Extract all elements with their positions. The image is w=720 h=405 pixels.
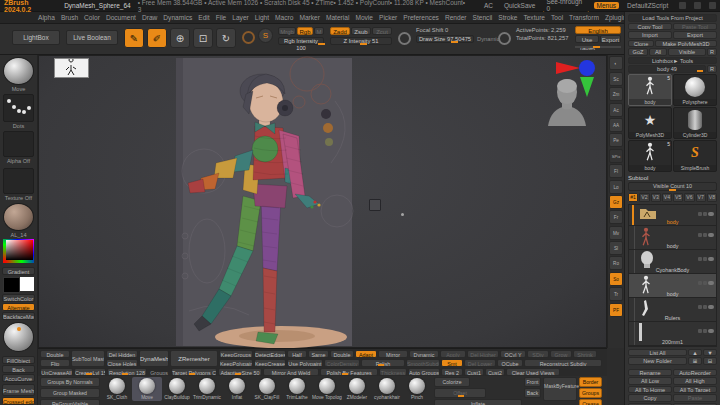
titlebar-quicksave-button[interactable]: QuickSave (501, 2, 538, 9)
mrgb-button[interactable]: Mrgb (278, 27, 296, 35)
menu-item-layer[interactable]: Layer (232, 14, 249, 21)
adapt-button[interactable]: Adapt (355, 350, 377, 358)
mask-by-feature-button[interactable]: MaskByFeature (543, 377, 577, 401)
zremesher-button[interactable]: ZRemesher (170, 350, 218, 367)
close-holes-button[interactable]: Close Holes (106, 359, 138, 367)
close-icon[interactable] (709, 2, 716, 9)
polyframe-icon[interactable]: PF (609, 303, 623, 317)
local-icon[interactable]: Lo (609, 180, 623, 194)
keepcreases-button[interactable]: KeepCreases (254, 359, 286, 367)
same-button[interactable]: Same (308, 350, 329, 358)
subtool-tab-V7[interactable]: V7 (696, 193, 706, 202)
menu-item-tool[interactable]: Tool (551, 14, 563, 21)
apply-button[interactable]: Apply (440, 350, 466, 358)
half-button[interactable]: Half (287, 350, 307, 358)
all-low-button[interactable]: All Low (628, 377, 672, 385)
dynamic-label[interactable]: Dynamic (477, 36, 500, 42)
autoreorder-button[interactable]: AutoReorder (673, 369, 717, 377)
dock-brush-inflat[interactable]: Inflat (222, 377, 252, 401)
menu-item-picker[interactable]: Picker (379, 14, 397, 21)
draw-icon[interactable]: ✐ (147, 28, 167, 48)
titlebar-ac-button[interactable]: AC (481, 2, 496, 9)
menu-item-light[interactable]: Light (255, 14, 269, 21)
dock-brush-move[interactable]: Move (132, 377, 162, 401)
menu-item-alpha[interactable]: Alpha (38, 14, 55, 21)
dock-brush-sk-cloth[interactable]: SK_Cloth (102, 377, 132, 401)
goz-r-button[interactable]: R (707, 48, 717, 56)
menu-item-movie[interactable]: Movie (355, 14, 373, 21)
goz-all-button[interactable]: All (649, 48, 667, 56)
border-button[interactable]: Border (579, 377, 602, 387)
actual-icon[interactable]: Ac (609, 103, 623, 117)
crease-button[interactable]: Crease (579, 399, 602, 405)
import-button[interactable]: Import (628, 31, 672, 39)
front-button[interactable]: Front (524, 377, 541, 387)
qcyl-y-button[interactable]: QCyl Y (500, 350, 526, 358)
remesh-icon[interactable] (703, 257, 707, 261)
dynamesh-button[interactable]: DynaMesh (139, 350, 169, 367)
subtool-tab-V8[interactable]: V8 (707, 193, 717, 202)
z-intensity-slider[interactable]: Z Intensity 51 (330, 37, 392, 45)
goz-button[interactable]: GoZ (628, 48, 648, 56)
titlebar-defaultzscript-button[interactable]: DefaultZScript (624, 2, 671, 9)
load-tools-button[interactable]: Load Tools From Project (628, 14, 717, 22)
subtool-up-icon[interactable]: ▲ (688, 349, 702, 357)
menu-item-color[interactable]: Color (84, 14, 100, 21)
smoothsubdiv-button[interactable]: SmoothSubdiv (406, 359, 440, 367)
see-through-slider[interactable] (575, 46, 621, 48)
keepgroups-button[interactable]: KeepGroups (219, 350, 253, 358)
live-boolean-button[interactable]: Live Boolean (66, 30, 118, 45)
dock-brush-cyohankhair[interactable]: cyohankhair (372, 377, 402, 401)
window-button[interactable] (694, 2, 701, 9)
crossed-edges-button[interactable]: Crossed edges (2, 397, 35, 405)
eye-icon[interactable] (708, 233, 714, 237)
menu-item-document[interactable]: Document (106, 14, 136, 21)
rotate-icon[interactable]: Ro (609, 256, 623, 270)
dynamic-button[interactable]: Dynamic (409, 350, 439, 358)
menu-item-stroke[interactable]: Stroke (498, 14, 517, 21)
flip-button[interactable]: Flip (40, 359, 70, 367)
tool-name-slider[interactable]: body 49 (628, 65, 706, 73)
new-folder-button[interactable]: New Folder (628, 357, 687, 365)
polypaint-icon[interactable] (698, 305, 702, 309)
fill-object-button[interactable]: FillObject (2, 356, 35, 364)
brush-alpha-icon[interactable] (498, 32, 511, 45)
keeppolypaint-button[interactable]: KeepPolypaint (219, 359, 253, 367)
canvas-viewport[interactable] (38, 55, 607, 348)
color-swatches[interactable] (3, 277, 34, 293)
tool-thumb-cylinder3d[interactable]: Cylinder3D (673, 107, 717, 139)
tool-thumb-simplebrush[interactable]: SSimpleBrush (673, 140, 717, 172)
smt-button[interactable]: Smt (441, 359, 463, 367)
menu-item-marker[interactable]: Marker (299, 14, 320, 21)
subtool-row[interactable]: body (629, 226, 716, 250)
brush-modifier-icon[interactable] (398, 32, 411, 45)
zoom-icon[interactable]: Zm (609, 87, 623, 101)
menu-item-file[interactable]: File (216, 14, 227, 21)
all-high-button[interactable]: All High (673, 377, 717, 385)
make-polymesh3d-button[interactable]: Make PolyMesh3D (655, 40, 717, 48)
colordensity-button[interactable]: ColorDensity (324, 359, 360, 367)
dock-brush-move-topological[interactable]: Move Topological (312, 377, 342, 401)
regroupvisible-button[interactable]: ReGroupVisible (40, 399, 100, 405)
grow-button[interactable]: Grow (550, 350, 572, 358)
gizmo-cube-icon[interactable] (369, 199, 381, 211)
tool-thumb-polysphere[interactable]: Polysphere (673, 74, 717, 106)
polypaint-icon[interactable] (698, 212, 702, 216)
lightbox-button[interactable]: LightBox (12, 30, 60, 45)
remesh-icon[interactable] (703, 329, 707, 333)
sdiv-button[interactable]: SDiv (527, 350, 549, 358)
copy-tool-button[interactable]: Copy Tool (628, 23, 672, 31)
scale-icon[interactable]: ⊡ (193, 28, 213, 48)
persp-icon[interactable]: Pe (609, 133, 623, 147)
subtool-row[interactable]: Rulers (629, 298, 716, 322)
aahalf-icon[interactable]: AA (609, 118, 623, 132)
color-picker[interactable] (3, 239, 34, 263)
rotate-icon[interactable]: ↻ (216, 28, 236, 48)
subtool-tab-V5[interactable]: V5 (673, 193, 683, 202)
switch-color-button[interactable]: SwitchColor (2, 294, 35, 302)
current-texture[interactable]: Texture Off (3, 168, 34, 201)
rgb-intensity-slider[interactable]: Rgb Intensity 100 (278, 37, 324, 45)
groups-button[interactable]: Groups (579, 388, 602, 398)
goz-visible-button[interactable]: Visible (668, 48, 706, 56)
eye-icon[interactable] (708, 329, 714, 333)
